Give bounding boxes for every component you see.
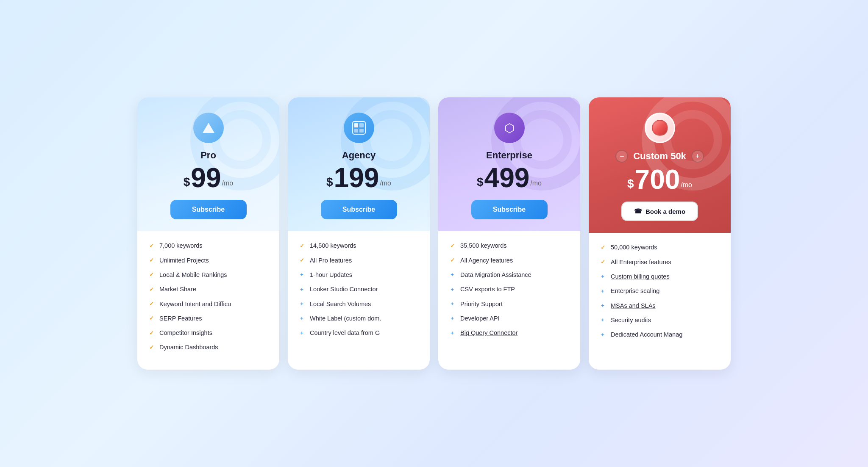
price-amount-custom: 700 xyxy=(635,166,680,193)
feature-text: Market Share xyxy=(159,285,196,293)
feature-text: White Label (custom dom. xyxy=(310,314,381,323)
price-dollar-pro: $ xyxy=(184,176,190,188)
plan-icon-agency xyxy=(344,113,374,143)
feature-item: + CSV exports to FTP xyxy=(448,285,570,293)
feature-text: Local Search Volumes xyxy=(310,300,371,308)
pricing-grid: Pro $ 99 /mo Subscribe ✓ 7,000 keywords … xyxy=(137,97,731,369)
plan-card-custom: − Custom 50k + $ 700 /mo ☎ Book a demo ✓… xyxy=(589,97,731,369)
feature-text: MSAs and SLAs xyxy=(611,301,656,310)
plus-icon: + xyxy=(298,315,306,322)
price-amount-agency: 199 xyxy=(334,164,379,191)
feature-item: + Custom billing quotes xyxy=(599,272,721,281)
plus-icon: + xyxy=(448,329,456,337)
feature-item: + Data Migration Assistance xyxy=(448,271,570,279)
subscribe-button-agency[interactable]: Subscribe xyxy=(321,200,397,219)
feature-item: + 1-hour Updates xyxy=(298,271,420,279)
subscribe-button-pro[interactable]: Subscribe xyxy=(170,200,247,219)
plus-icon: + xyxy=(448,285,456,293)
price-dollar-agency: $ xyxy=(326,176,333,188)
feature-text: Dynamic Dashboards xyxy=(159,343,218,351)
custom-icon xyxy=(652,120,668,136)
price-per-enterprise: /mo xyxy=(530,180,542,187)
price-row-custom: $ 700 /mo xyxy=(627,166,692,193)
feature-item: + Local Search Volumes xyxy=(298,300,420,308)
feature-item: ✓ 35,500 keywords xyxy=(448,241,570,250)
check-icon: ✓ xyxy=(448,242,456,249)
phone-icon: ☎ xyxy=(634,207,642,215)
plan-name-custom: Custom 50k xyxy=(633,151,686,162)
price-row-agency: $ 199 /mo xyxy=(326,164,391,191)
check-icon: ✓ xyxy=(147,343,155,351)
plan-icon-custom xyxy=(645,113,675,143)
custom-increase-button[interactable]: + xyxy=(691,150,704,163)
feature-item: + Big Query Connector xyxy=(448,329,570,337)
feature-item: ✓ Dynamic Dashboards xyxy=(147,343,269,351)
feature-text: Priority Support xyxy=(460,300,503,308)
feature-text: 35,500 keywords xyxy=(460,241,507,250)
feature-text: CSV exports to FTP xyxy=(460,285,515,293)
feature-item: ✓ Unlimited Projects xyxy=(147,256,269,265)
check-icon: ✓ xyxy=(147,242,155,249)
custom-header-top: − Custom 50k + xyxy=(615,150,704,163)
price-per-pro: /mo xyxy=(222,180,234,187)
plan-name-agency: Agency xyxy=(342,150,376,161)
book-demo-label: Book a demo xyxy=(645,208,685,215)
plus-icon: + xyxy=(599,273,606,280)
features-list-enterprise: ✓ 35,500 keywords ✓ All Agency features … xyxy=(438,231,580,369)
plus-icon: + xyxy=(448,315,456,322)
feature-item: ✓ 50,000 keywords xyxy=(599,243,721,251)
price-amount-enterprise: 499 xyxy=(484,164,530,191)
subscribe-button-enterprise[interactable]: Subscribe xyxy=(471,200,548,219)
feature-text: Big Query Connector xyxy=(460,329,517,337)
feature-item: + Enterprise scaling xyxy=(599,287,721,295)
card-header-custom: − Custom 50k + $ 700 /mo ☎ Book a demo xyxy=(589,97,731,233)
feature-text: Keyword Intent and Difficu xyxy=(159,300,231,308)
plus-icon: + xyxy=(298,300,306,308)
feature-text: 1-hour Updates xyxy=(310,271,352,279)
feature-text: All Pro features xyxy=(310,256,352,265)
book-demo-button[interactable]: ☎ Book a demo xyxy=(621,202,698,221)
features-list-custom: ✓ 50,000 keywords ✓ All Enterprise featu… xyxy=(589,233,731,369)
price-amount-pro: 99 xyxy=(191,164,221,191)
feature-text: Unlimited Projects xyxy=(159,256,209,265)
custom-decrease-button[interactable]: − xyxy=(615,150,628,163)
feature-text: Data Migration Assistance xyxy=(460,271,531,279)
plan-icon-pro xyxy=(193,113,224,143)
feature-item: + Developer API xyxy=(448,314,570,323)
feature-item: + Dedicated Account Manag xyxy=(599,330,721,339)
check-icon: ✓ xyxy=(147,285,155,293)
plus-icon: + xyxy=(448,300,456,308)
plus-icon: + xyxy=(599,316,606,324)
feature-text: Dedicated Account Manag xyxy=(611,330,682,339)
price-dollar-custom: $ xyxy=(627,178,634,190)
feature-item: + White Label (custom dom. xyxy=(298,314,420,323)
features-list-agency: ✓ 14,500 keywords ✓ All Pro features + 1… xyxy=(288,231,430,369)
check-icon: ✓ xyxy=(147,257,155,264)
plus-icon: + xyxy=(599,302,606,309)
feature-item: + Priority Support xyxy=(448,300,570,308)
check-icon: ✓ xyxy=(147,300,155,308)
features-list-pro: ✓ 7,000 keywords ✓ Unlimited Projects ✓ … xyxy=(137,231,279,369)
price-dollar-enterprise: $ xyxy=(477,176,484,188)
price-per-custom: /mo xyxy=(681,181,692,189)
plan-name-enterprise: Enterprise xyxy=(486,150,532,161)
feature-text: Custom billing quotes xyxy=(611,272,670,281)
feature-text: Developer API xyxy=(460,314,500,323)
check-icon: ✓ xyxy=(147,315,155,322)
card-header-pro: Pro $ 99 /mo Subscribe xyxy=(137,97,279,231)
feature-text: 50,000 keywords xyxy=(611,243,657,251)
card-header-agency: Agency $ 199 /mo Subscribe xyxy=(288,97,430,231)
price-row-pro: $ 99 /mo xyxy=(184,164,233,191)
check-icon: ✓ xyxy=(298,242,306,249)
feature-item: ✓ Local & Mobile Rankings xyxy=(147,271,269,279)
feature-text: Competitor Insights xyxy=(159,329,212,337)
check-icon: ✓ xyxy=(298,257,306,264)
feature-item: ✓ All Enterprise features xyxy=(599,258,721,266)
feature-text: Enterprise scaling xyxy=(611,287,659,295)
price-per-agency: /mo xyxy=(380,180,391,187)
feature-item: + MSAs and SLAs xyxy=(599,301,721,310)
feature-text: 14,500 keywords xyxy=(310,241,356,250)
plus-icon: + xyxy=(599,331,606,338)
feature-item: ✓ SERP Features xyxy=(147,314,269,323)
feature-text: Country level data from G xyxy=(310,329,380,337)
